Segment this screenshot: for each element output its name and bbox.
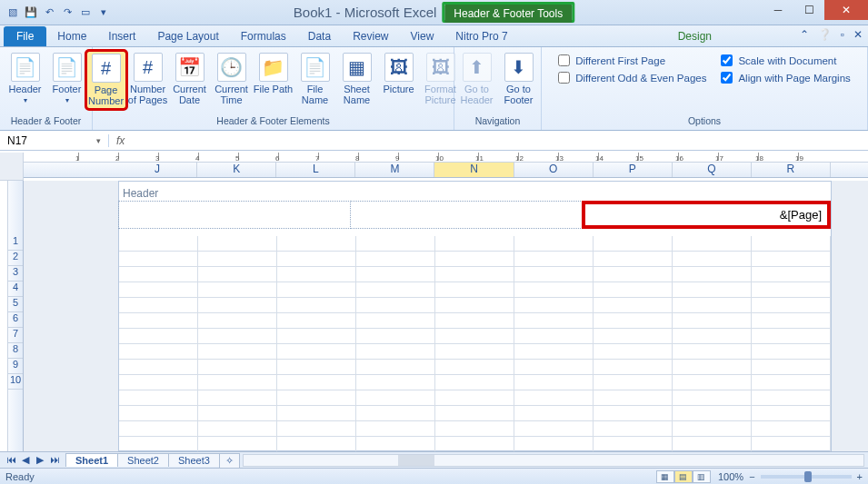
cell-grid[interactable] [119, 236, 831, 450]
close-workbook-icon[interactable]: ✕ [853, 28, 863, 41]
cell[interactable] [277, 406, 356, 421]
row-header-10[interactable]: 10 [8, 374, 23, 390]
tab-review[interactable]: Review [342, 26, 399, 46]
cell[interactable] [356, 421, 435, 437]
cell[interactable] [594, 390, 673, 406]
name-box[interactable]: N17▾ [0, 134, 109, 147]
page-break-view-button[interactable]: ▥ [693, 470, 711, 483]
file-name-button[interactable]: 📄File Name [295, 51, 335, 107]
sheet-name-button[interactable]: ▦Sheet Name [337, 51, 377, 107]
cell[interactable] [277, 375, 356, 390]
zoom-in-button[interactable]: + [857, 471, 863, 482]
col-header-Q[interactable]: Q [673, 163, 752, 177]
cell[interactable] [198, 375, 277, 390]
cell[interactable] [198, 421, 277, 437]
cell[interactable] [514, 313, 594, 329]
row-header-6[interactable]: 6 [8, 312, 23, 328]
sheet-tab-3[interactable]: Sheet3 [168, 453, 220, 467]
cell[interactable] [673, 375, 752, 390]
row-header-7[interactable]: 7 [8, 328, 23, 343]
cell[interactable] [277, 298, 356, 313]
header-row[interactable]: &[Page] [119, 202, 831, 229]
col-header-M[interactable]: M [355, 163, 434, 177]
cell[interactable] [119, 267, 198, 282]
cell[interactable] [514, 236, 594, 252]
restore-window-icon[interactable]: ▫ [841, 28, 844, 41]
cell[interactable] [277, 236, 356, 252]
goto-footer-button[interactable]: ⬇Go to Footer [499, 51, 539, 107]
cell[interactable] [277, 313, 356, 329]
cell[interactable] [752, 236, 831, 252]
cell[interactable] [435, 406, 514, 421]
cell[interactable] [435, 267, 514, 282]
cell[interactable] [594, 375, 673, 390]
tab-home[interactable]: Home [46, 26, 97, 46]
cell[interactable] [673, 421, 752, 437]
cell[interactable] [514, 406, 594, 421]
cell[interactable] [435, 282, 514, 298]
cell[interactable] [435, 329, 514, 344]
tab-design[interactable]: Design [667, 26, 723, 46]
cell[interactable] [673, 406, 752, 421]
cell[interactable] [198, 252, 277, 267]
col-header-N[interactable]: N [434, 163, 514, 177]
cell[interactable] [752, 267, 831, 282]
cell[interactable] [356, 344, 435, 360]
cell[interactable] [277, 421, 356, 437]
check-different-odd-even[interactable]: Different Odd & Even Pages [558, 72, 706, 84]
cell[interactable] [673, 329, 752, 344]
tab-data[interactable]: Data [297, 26, 342, 46]
new-sheet-button[interactable]: ✧ [219, 453, 240, 468]
cell[interactable] [752, 252, 831, 267]
cell[interactable] [594, 313, 673, 329]
next-sheet-button[interactable]: ▶ [33, 454, 47, 466]
row-header-3[interactable]: 3 [8, 266, 23, 282]
maximize-button[interactable]: ☐ [793, 0, 824, 20]
cell[interactable] [514, 360, 594, 375]
cell[interactable] [752, 282, 831, 298]
tab-insert[interactable]: Insert [97, 26, 146, 46]
new-icon[interactable]: ▭ [78, 5, 93, 20]
cell[interactable] [752, 298, 831, 313]
cell[interactable] [435, 313, 514, 329]
cell[interactable] [435, 236, 514, 252]
col-header-P[interactable]: P [594, 163, 673, 177]
cell[interactable] [594, 236, 673, 252]
cell[interactable] [119, 313, 198, 329]
cell[interactable] [277, 360, 356, 375]
page-canvas[interactable]: Header &[Page] [24, 181, 868, 451]
tab-page-layout[interactable]: Page Layout [146, 26, 229, 46]
cell[interactable] [119, 298, 198, 313]
cell[interactable] [752, 421, 831, 437]
cell[interactable] [119, 437, 198, 451]
cell[interactable] [198, 406, 277, 421]
sheet-tab-2[interactable]: Sheet2 [117, 453, 169, 467]
header-button[interactable]: 📄Header▾ [5, 51, 45, 106]
cell[interactable] [119, 282, 198, 298]
cell[interactable] [594, 267, 673, 282]
cell[interactable] [198, 329, 277, 344]
cell[interactable] [119, 390, 198, 406]
cell[interactable] [514, 390, 594, 406]
redo-icon[interactable]: ↷ [60, 5, 75, 20]
row-header-9[interactable]: 9 [8, 359, 23, 374]
check-align-margins[interactable]: Align with Page Margins [721, 72, 850, 84]
row-header-2[interactable]: 2 [8, 251, 23, 266]
cell[interactable] [198, 437, 277, 451]
cell[interactable] [356, 282, 435, 298]
tab-formulas[interactable]: Formulas [230, 26, 297, 46]
save-icon[interactable]: 💾 [24, 5, 38, 20]
cell[interactable] [435, 298, 514, 313]
cell[interactable] [752, 313, 831, 329]
cell[interactable] [435, 375, 514, 390]
cell[interactable] [673, 344, 752, 360]
cell[interactable] [119, 360, 198, 375]
zoom-level[interactable]: 100% [718, 471, 743, 482]
cell[interactable] [673, 390, 752, 406]
header-left-section[interactable] [118, 201, 351, 229]
cell[interactable] [514, 267, 594, 282]
col-header-O[interactable]: O [514, 163, 594, 177]
cell[interactable] [673, 298, 752, 313]
cell[interactable] [752, 344, 831, 360]
cell[interactable] [356, 390, 435, 406]
